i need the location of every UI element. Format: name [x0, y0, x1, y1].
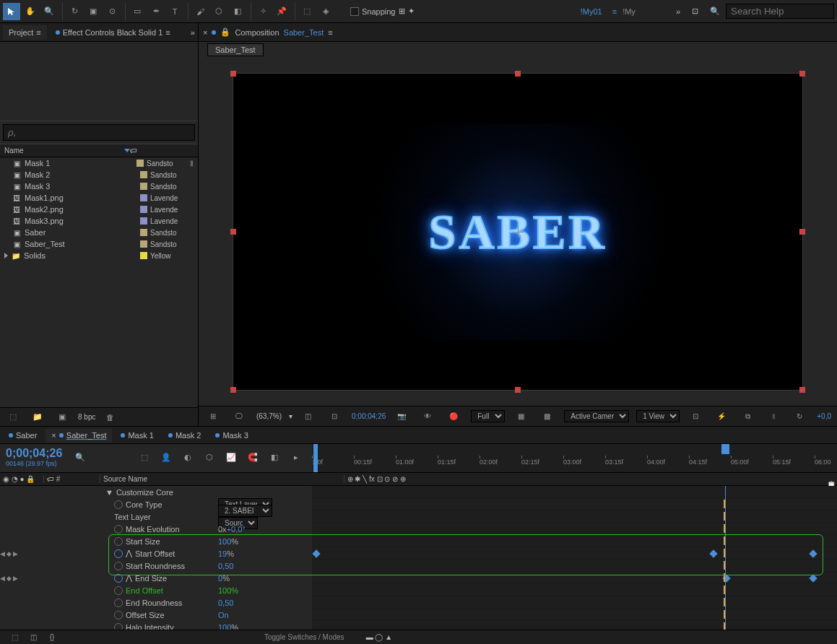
snapshot-icon[interactable]: 📷: [393, 408, 410, 425]
property-row[interactable]: Text Layer2. SABEI Source: [0, 510, 312, 523]
reset-exp-icon[interactable]: ↻: [791, 408, 808, 425]
safe-icon[interactable]: ⊡: [326, 408, 343, 425]
keyframe-diamond[interactable]: [809, 549, 817, 557]
graph-row[interactable]: [312, 609, 837, 621]
roto-tool[interactable]: ✧: [254, 3, 272, 20]
workspace-panel-icon[interactable]: ⊡: [692, 6, 698, 16]
help-search-input[interactable]: [726, 4, 834, 19]
bpc-label[interactable]: 8 bpc: [78, 413, 95, 421]
graph-row[interactable]: [312, 596, 837, 609]
text-tool[interactable]: T: [166, 3, 183, 20]
graph-icon[interactable]: 📈: [222, 448, 240, 466]
label-swatch[interactable]: [140, 183, 147, 190]
project-item[interactable]: 🖼Mask3.pngLavende: [0, 215, 198, 227]
monitor-icon[interactable]: 🖵: [230, 408, 248, 425]
trash-icon[interactable]: 🗑: [101, 409, 118, 426]
key-diamond-icon[interactable]: ◆: [6, 575, 12, 582]
label-column-header[interactable]: 🏷: [130, 147, 194, 155]
project-tab[interactable]: Project ≡: [3, 25, 47, 40]
prev-key-icon[interactable]: ◀: [0, 550, 5, 557]
graph-row[interactable]: [312, 486, 837, 498]
timeline-ruler[interactable]: :00f00:15f01:00f01:15f02:00f02:15f03:00f…: [312, 444, 837, 472]
label-swatch[interactable]: [140, 229, 147, 236]
timeline-tab[interactable]: Mask 1: [115, 429, 159, 442]
axis2-icon[interactable]: ◈: [317, 3, 334, 20]
ratio-icon[interactable]: ◫: [300, 408, 317, 425]
comp-name[interactable]: Saber_Test: [284, 28, 324, 37]
property-row[interactable]: Mask Evolution0x+0,0°: [0, 523, 312, 535]
name-column-header[interactable]: Name: [4, 147, 130, 155]
exposure-value[interactable]: +0,0: [817, 412, 831, 420]
project-item[interactable]: ▣Mask 2Sandsto: [0, 169, 198, 180]
keyframe-diamond[interactable]: [709, 549, 717, 557]
zoom-tool[interactable]: 🔍: [40, 3, 58, 20]
selection-tool[interactable]: [3, 3, 20, 20]
layer-icon[interactable]: ◫: [25, 629, 42, 645]
project-item[interactable]: ▣SaberSandsto: [0, 227, 198, 238]
graph-row[interactable]: [312, 560, 837, 572]
stopwatch-icon[interactable]: [114, 623, 123, 630]
property-row[interactable]: ▼ Customize Core: [0, 486, 312, 498]
fast-icon[interactable]: ⚡: [713, 408, 730, 425]
motion-icon[interactable]: ▸: [287, 448, 305, 466]
grid-icon[interactable]: ⊞: [204, 408, 222, 425]
project-item[interactable]: 📁SolidsYellow: [0, 250, 198, 261]
axis-icon[interactable]: ⬚: [298, 3, 316, 20]
graph-row[interactable]: [312, 572, 837, 584]
property-row[interactable]: End Offset100%: [0, 584, 312, 596]
project-search-input[interactable]: [3, 124, 195, 141]
keyframe-diamond[interactable]: [809, 574, 817, 582]
stopwatch-icon[interactable]: [114, 574, 123, 583]
flowchart-icon[interactable]: ⫴: [190, 159, 194, 168]
label-swatch[interactable]: [140, 240, 147, 248]
snapping-checkbox[interactable]: [350, 7, 359, 16]
graph-editor-icon[interactable]: ⋀: [126, 573, 132, 583]
graph-row[interactable]: [312, 510, 837, 523]
graph-row[interactable]: [312, 498, 837, 510]
property-row[interactable]: ◀◆▶ ⋀ Start Offset19%: [0, 547, 312, 560]
search-timeline-icon[interactable]: 🔍: [75, 453, 85, 462]
property-row[interactable]: End Roundness0,50: [0, 596, 312, 609]
label-swatch[interactable]: [140, 217, 147, 225]
key-diamond-icon[interactable]: ◆: [6, 550, 12, 557]
snap-icon[interactable]: 🧲: [244, 448, 261, 466]
workspace-1[interactable]: !My01: [576, 6, 607, 17]
next-key-icon[interactable]: ▶: [13, 575, 18, 582]
hand-tool[interactable]: ✋: [22, 3, 39, 20]
graph-editor-icon[interactable]: ⋀: [126, 549, 132, 558]
blend-icon[interactable]: ◧: [266, 448, 283, 466]
stopwatch-icon[interactable]: [114, 537, 123, 546]
zoom-value[interactable]: (63,7%): [256, 412, 282, 420]
show-snap-icon[interactable]: 👁: [419, 408, 436, 425]
new-comp-icon[interactable]: ▣: [53, 409, 71, 426]
pen-tool[interactable]: ✒: [147, 3, 165, 20]
stopwatch-icon[interactable]: [114, 549, 123, 558]
project-item[interactable]: ▣Mask 3Sandsto: [0, 180, 198, 192]
timeline-tab[interactable]: Mask 2: [162, 429, 207, 442]
workspace-overflow-icon[interactable]: »: [676, 7, 680, 16]
label-swatch[interactable]: [140, 206, 147, 213]
frame-blend-icon[interactable]: ⬚: [6, 629, 23, 645]
resolution-dropdown[interactable]: Full: [471, 410, 505, 422]
keyframe-diamond[interactable]: [312, 549, 320, 557]
viewer-time[interactable]: 0;00;04;26: [352, 412, 386, 420]
property-row[interactable]: Start Size100%: [0, 535, 312, 547]
bracket-icon[interactable]: {}: [43, 629, 61, 645]
blur-icon[interactable]: ◐: [179, 448, 196, 466]
interpret-icon[interactable]: ⬚: [4, 409, 22, 426]
stamp-tool[interactable]: ⬡: [210, 3, 227, 20]
transparency-icon[interactable]: ▩: [538, 408, 555, 425]
timeline-timecode[interactable]: 0;00;04;26: [6, 447, 62, 460]
anchor-tool[interactable]: ⊙: [103, 3, 121, 20]
pixel-icon[interactable]: ⊡: [687, 408, 704, 425]
property-row[interactable]: Halo Intensity100%: [0, 621, 312, 630]
comp-close-icon[interactable]: ×: [203, 28, 207, 37]
panel-overflow-icon[interactable]: »: [191, 28, 195, 37]
stopwatch-icon[interactable]: [114, 599, 123, 607]
graph-row[interactable]: [312, 621, 837, 630]
camera-tool[interactable]: ▣: [84, 3, 102, 20]
views-dropdown[interactable]: 1 View: [636, 410, 680, 422]
label-swatch[interactable]: [140, 171, 147, 178]
property-row[interactable]: ◀◆▶ ⋀ End Size0%: [0, 572, 312, 584]
lock-icon[interactable]: 🔒: [220, 27, 230, 37]
